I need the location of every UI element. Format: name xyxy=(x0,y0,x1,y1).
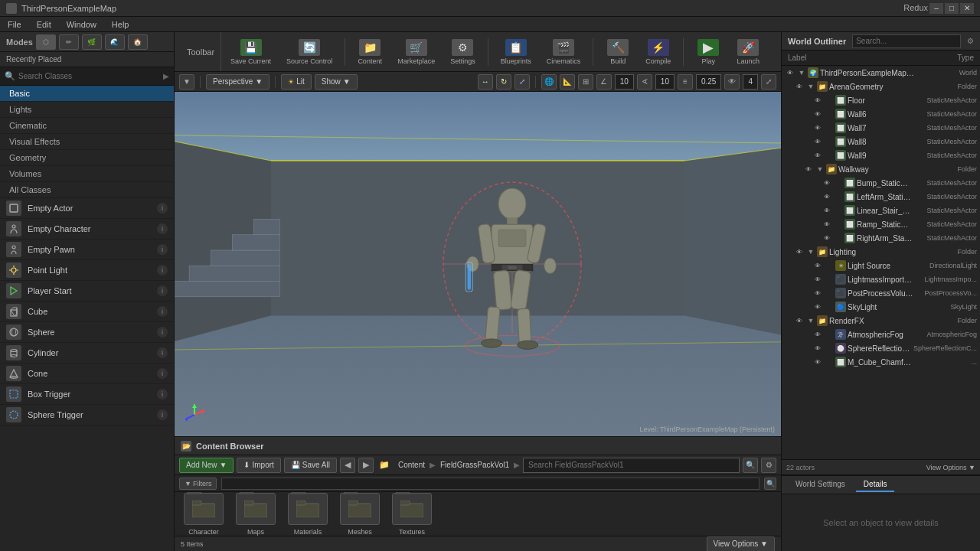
import-button[interactable]: ⬇ Import xyxy=(237,458,280,473)
search-input[interactable] xyxy=(18,72,160,80)
tree-item-skylight[interactable]: 👁 · 🔵 SkyLight SkyLight xyxy=(782,300,980,314)
mode-paint[interactable]: ✏ xyxy=(59,34,79,50)
eye-leftarm[interactable]: 👁 xyxy=(822,191,832,202)
content-button[interactable]: 📁 Content xyxy=(351,35,388,69)
folder-meshes[interactable]: Meshes xyxy=(340,493,380,536)
eye-wall6[interactable]: 👁 xyxy=(812,109,823,119)
tree-item-rightarm[interactable]: 👁 · ⬜ RightArm_StaticMesh StaticMeshActo… xyxy=(782,231,980,245)
expand-arena-geo[interactable]: ▼ xyxy=(806,82,815,91)
blueprints-button[interactable]: 📋 Blueprints xyxy=(495,35,537,69)
tree-item-linear-stair[interactable]: 👁 · ⬜ Linear_Stair_StaticMesh StaticMesh… xyxy=(782,204,980,217)
eye-skylight[interactable]: 👁 xyxy=(812,302,823,312)
play-button[interactable]: ▶ Play xyxy=(690,35,727,69)
category-geometry[interactable]: Geometry xyxy=(0,150,174,166)
eye-floor[interactable]: 👁 xyxy=(812,95,823,106)
expand-renderfx[interactable]: ▼ xyxy=(806,316,815,325)
breadcrumb-fieldgrass[interactable]: FieldGrassPackVol1 xyxy=(437,459,512,471)
tree-item-sphere-reflection[interactable]: 👁 · ⚪ SphereReflectionCapture SphereRefl… xyxy=(782,341,980,355)
mode-place[interactable]: ⬡ xyxy=(36,34,56,50)
tree-item-wall7[interactable]: 👁 · ⬜ Wall7 StaticMeshActor xyxy=(782,121,980,135)
eye-atmosphericfog[interactable]: 👁 xyxy=(812,329,823,340)
translate-icon[interactable]: ↔ xyxy=(478,74,493,90)
nav-back-button[interactable]: ◀ xyxy=(340,458,355,473)
tree-item-wall6[interactable]: 👁 · ⬜ Wall6 StaticMeshActor xyxy=(782,107,980,121)
filter-search-btn[interactable]: 🔍 xyxy=(764,478,776,490)
category-basic[interactable]: Basic xyxy=(0,86,174,102)
tree-item-floor[interactable]: 👁 · ⬜ Floor StaticMeshActor xyxy=(782,93,980,107)
cinematics-button[interactable]: 🎬 Cinematics xyxy=(541,35,587,69)
rotate-icon[interactable]: ↻ xyxy=(496,74,511,90)
details-tab[interactable]: Details xyxy=(856,478,895,492)
viewport[interactable]: Level: ThirdPersonExampleMap (Persistent… xyxy=(175,92,781,436)
launch-button[interactable]: 🚀 Launch xyxy=(730,35,766,69)
viewport-options-btn[interactable]: ▼ xyxy=(179,74,194,90)
tree-item-root[interactable]: 👁 ▼ 🌍 ThirdPersonExampleMap (Editor) Wor… xyxy=(782,66,980,80)
mode-foliage[interactable]: 🌿 xyxy=(82,34,102,50)
category-all-classes[interactable]: All Classes xyxy=(0,182,174,198)
scale-icon[interactable]: ⤢ xyxy=(514,74,530,90)
maximize-viewport-icon[interactable]: ⤢ xyxy=(761,74,776,90)
empty-actor-info[interactable]: i xyxy=(157,203,168,214)
tree-item-arena-geo[interactable]: 👁 ▼ 📁 ArenaGeometry Folder xyxy=(782,80,980,93)
tree-item-cube-chamfer[interactable]: 👁 · ⬜ M_Cube_Chamfer... ... xyxy=(782,355,980,369)
eye-walkway[interactable]: 👁 xyxy=(803,164,814,174)
eye-wall8[interactable]: 👁 xyxy=(812,136,823,147)
content-search-input[interactable] xyxy=(523,458,740,473)
sphere-trigger-info[interactable]: i xyxy=(157,409,168,420)
show-btn[interactable]: Show▼ xyxy=(315,74,358,90)
eye-ramp[interactable]: 👁 xyxy=(822,219,832,230)
box-trigger-info[interactable]: i xyxy=(157,389,168,399)
save-all-button[interactable]: 💾 Save All xyxy=(284,458,337,473)
build-button[interactable]: 🔨 Build xyxy=(599,35,636,69)
tree-item-bump[interactable]: 👁 · ⬜ Bump_StaticMesh StaticMeshActor xyxy=(782,176,980,190)
cylinder-info[interactable]: i xyxy=(157,347,168,358)
eye-postprocess[interactable]: 👁 xyxy=(812,288,823,298)
eye-linear-stair[interactable]: 👁 xyxy=(822,205,832,216)
actor-cylinder[interactable]: Cylinder i xyxy=(0,343,174,364)
fov-icon[interactable]: 👁 xyxy=(724,74,740,90)
tree-item-lighting[interactable]: 👁 ▼ 📁 Lighting Folder xyxy=(782,245,980,259)
tree-item-light-source[interactable]: 👁 · ☀ Light Source DirectionalLight xyxy=(782,259,980,272)
marketplace-button[interactable]: 🛒 Marketplace xyxy=(391,35,441,69)
eye-light-source[interactable]: 👁 xyxy=(812,260,823,271)
close-button[interactable]: ✕ xyxy=(960,3,974,14)
expand-root[interactable]: ▼ xyxy=(797,68,806,77)
tree-item-renderfx[interactable]: 👁 ▼ 📁 RenderFX Folder xyxy=(782,314,980,328)
tree-item-wall9[interactable]: 👁 · ⬜ Wall9 StaticMeshActor xyxy=(782,148,980,162)
eye-rightarm[interactable]: 👁 xyxy=(822,233,832,243)
tree-item-walkway[interactable]: 👁 ▼ 📁 Walkway Folder xyxy=(782,162,980,176)
folder-materials[interactable]: Materials xyxy=(288,493,328,536)
folder-maps[interactable]: Maps xyxy=(236,493,276,536)
menu-help[interactable]: Help xyxy=(109,18,132,31)
filter-search-input[interactable] xyxy=(221,478,760,490)
lit-btn[interactable]: ☀ Lit xyxy=(281,74,312,90)
grid-icon[interactable]: ⊞ xyxy=(578,74,593,90)
mode-landscape[interactable]: 🌊 xyxy=(105,34,125,50)
expand-lighting[interactable]: ▼ xyxy=(806,247,815,256)
category-visual-effects[interactable]: Visual Effects xyxy=(0,134,174,150)
actor-empty-pawn[interactable]: Empty Pawn i xyxy=(0,240,174,260)
category-volumes[interactable]: Volumes xyxy=(0,166,174,182)
point-light-info[interactable]: i xyxy=(157,265,168,276)
player-start-info[interactable]: i xyxy=(157,285,168,296)
eye-root[interactable]: 👁 xyxy=(785,67,795,78)
eye-wall9[interactable]: 👁 xyxy=(812,150,823,161)
actor-empty-character[interactable]: Empty Character i xyxy=(0,219,174,240)
eye-lighting[interactable]: 👁 xyxy=(794,246,805,257)
world-icon[interactable]: 🌐 xyxy=(541,74,557,90)
search-options-button[interactable]: 🔍 xyxy=(743,458,758,473)
maximize-button[interactable]: □ xyxy=(945,3,959,14)
tree-item-lightmass[interactable]: 👁 · ⬛ LightmassImportanceVolume Lightmas… xyxy=(782,272,980,286)
eye-wall7[interactable]: 👁 xyxy=(812,122,823,133)
tree-item-wall8[interactable]: 👁 · ⬜ Wall8 StaticMeshActor xyxy=(782,135,980,148)
settings-button[interactable]: ⚙ Settings xyxy=(444,35,482,69)
eye-lightmass[interactable]: 👁 xyxy=(812,274,823,285)
scale2-icon[interactable]: ≡ xyxy=(678,74,693,90)
menu-edit[interactable]: Edit xyxy=(34,18,54,31)
cube-info[interactable]: i xyxy=(157,306,168,317)
eye-renderfx[interactable]: 👁 xyxy=(794,315,805,326)
actor-empty-actor[interactable]: Empty Actor i xyxy=(0,198,174,219)
actor-box-trigger[interactable]: Box Trigger i xyxy=(0,384,174,405)
cone-info[interactable]: i xyxy=(157,368,168,379)
filters-button[interactable]: ▼ Filters xyxy=(179,478,217,490)
